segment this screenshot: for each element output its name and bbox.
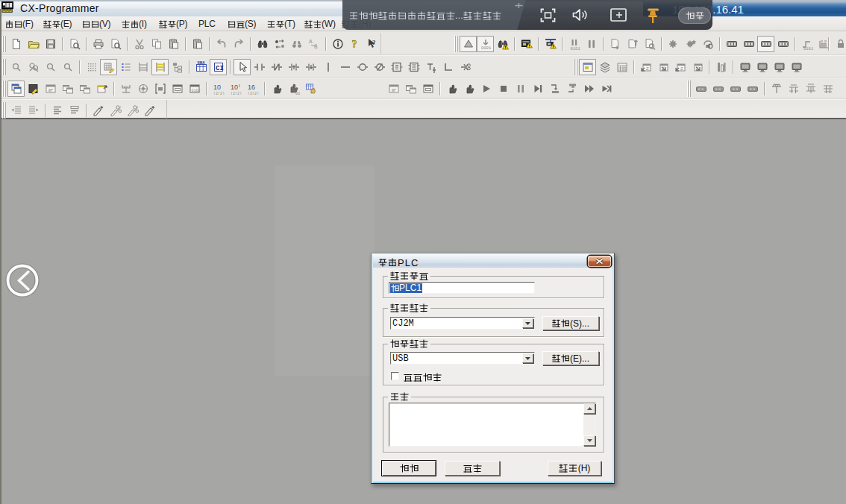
svg-text:0101: 0101 [481, 45, 492, 50]
svg-text:01: 01 [295, 91, 300, 95]
svg-text:0101: 0101 [570, 46, 580, 51]
svg-text:0101: 0101 [803, 46, 813, 50]
svg-text:(2(2): (2(2) [231, 92, 242, 95]
svg-text:Z: Z [680, 66, 683, 71]
svg-text:10: 10 [231, 84, 238, 91]
svg-text:X: X [696, 66, 699, 70]
svg-text:Z: Z [646, 66, 649, 71]
svg-text:16: 16 [248, 84, 255, 91]
svg-text:A: A [309, 39, 313, 44]
svg-text:5MA: 5MA [197, 61, 205, 65]
svg-text:CI: CI [216, 65, 224, 72]
svg-text:(2(2): (2(2) [213, 92, 225, 95]
svg-text:0102: 0102 [191, 89, 200, 93]
svg-text:X: X [662, 66, 665, 70]
svg-text:?: ? [351, 39, 357, 50]
svg-text:(2(2): (2(2) [248, 92, 259, 95]
svg-text:?: ? [372, 39, 376, 46]
svg-text:10: 10 [213, 84, 221, 91]
